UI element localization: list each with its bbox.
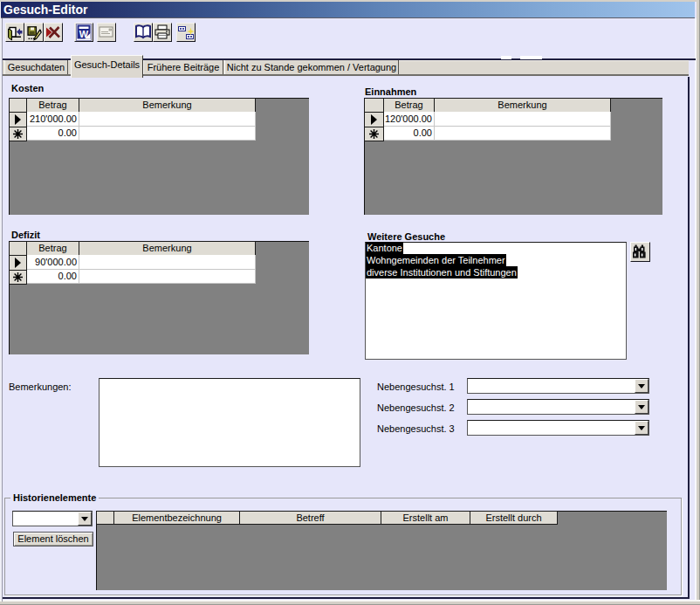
svg-text:W: W [79,29,89,39]
